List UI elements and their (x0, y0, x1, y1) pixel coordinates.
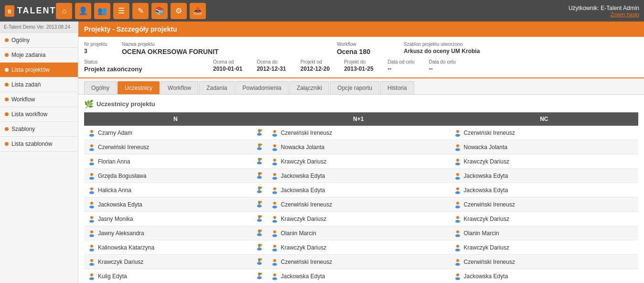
tab-zadania[interactable]: Zadania (199, 81, 234, 94)
edit-n-icon[interactable] (256, 200, 263, 209)
edit-n-icon[interactable] (256, 272, 263, 281)
tab-uczestnicy[interactable]: Uczestnicy (118, 81, 160, 94)
svg-point-43 (456, 187, 459, 190)
template-value: Arkusz do oceny UM Krobia (404, 48, 480, 54)
tab-workflow[interactable]: Workflow (161, 81, 198, 94)
svg-point-54 (90, 216, 93, 219)
svg-point-97 (456, 273, 459, 276)
person-n1-name: Krawczyk Dariusz (281, 158, 326, 165)
sidebar-item-lista-workflow[interactable]: Lista workflow (0, 107, 78, 122)
projekt-od-label: Projekt od (301, 59, 330, 65)
svg-point-21 (257, 162, 262, 164)
main-layout: E-Talent Demo Ver. 2013.08.24 Ogólny Moj… (0, 22, 644, 283)
cell-n1: Czerwiński Ireneusz (267, 126, 450, 140)
sidebar-item-moje-zadania[interactable]: Moje zadania (0, 48, 78, 63)
ocena-od-value: 2010-01-01 (213, 65, 242, 72)
sidebar-item-ogolny[interactable]: Ogólny (0, 33, 78, 48)
person-nc: Czerwiński Ireneusz (454, 129, 634, 137)
change-password-link[interactable]: Zmień hasło (569, 11, 639, 17)
people-nav-button[interactable]: 👥 (94, 3, 110, 19)
person-n: Grzęda Bogusława (88, 172, 146, 180)
svg-point-26 (455, 163, 460, 165)
tab-opcje-raportu[interactable]: Opcje raportu (330, 81, 379, 94)
person-n1-name: Krawczyk Dariusz (281, 244, 326, 251)
person-nc-name: Jackowska Edyta (464, 173, 508, 179)
status-value: Projekt zakończony (84, 65, 151, 73)
edit-n-icon[interactable] (256, 257, 263, 266)
svg-point-9 (90, 144, 93, 147)
logo-icon: e (5, 5, 14, 17)
person-nc-icon (454, 244, 462, 251)
person-n: Florian Anna (88, 158, 130, 165)
tab-powiadomienia[interactable]: Powiadomienia (236, 81, 289, 94)
edit-n-icon[interactable] (256, 229, 263, 238)
person-n1: Jackowska Edyta (271, 272, 446, 280)
person-n: Czerwiński Ireneusz (88, 143, 149, 151)
cell-n1: Olanin Marcin (267, 226, 450, 240)
person-n-icon (88, 229, 96, 237)
edit-n-icon[interactable] (256, 171, 263, 180)
status-label: Status (84, 59, 151, 65)
person-n-icon (88, 201, 96, 208)
cell-n: Halicka Anna (84, 183, 267, 197)
name-label: Nazwa projektu (122, 42, 227, 47)
person-n1-icon (271, 244, 279, 251)
home-nav-button[interactable]: ⌂ (56, 3, 72, 19)
svg-point-45 (90, 202, 93, 205)
tab-historia[interactable]: Historia (380, 81, 414, 94)
edit-n-icon[interactable] (256, 243, 263, 252)
person-n: Kalinowska Katarzyna (88, 244, 154, 251)
person-n1: Czerwiński Ireneusz (271, 201, 446, 208)
person-n1-name: Nowacka Jolanta (281, 144, 324, 151)
edit-n-icon[interactable] (256, 214, 263, 223)
export-nav-button[interactable]: 📤 (190, 3, 206, 19)
sidebar-item-szablony[interactable]: Szablony (0, 122, 78, 137)
cell-n1: Krawczyk Dariusz (267, 212, 450, 226)
svg-point-80 (455, 249, 460, 251)
person-n-name: Grzęda Bogusława (98, 173, 146, 179)
person-n: Halicka Anna (88, 186, 131, 194)
person-n1-icon (271, 215, 279, 223)
person-nc-name: Krawczyk Dariusz (464, 244, 509, 251)
name-value: OCENA OKRESOWA FORUNIT (122, 48, 227, 55)
edit-n-icon[interactable] (256, 142, 263, 152)
field-workflow: Workflow Ocena 180 (337, 42, 370, 55)
edit-n-icon[interactable] (256, 157, 263, 166)
cell-nc: Czerwiński Ireneusz (450, 197, 638, 212)
cell-n: Kalinowska Katarzyna (84, 240, 267, 255)
cell-n1: Czerwiński Ireneusz (267, 255, 450, 269)
sidebar-item-lista-zadan[interactable]: Lista zadań (0, 77, 78, 92)
chart-nav-button[interactable]: ✎ (132, 3, 149, 19)
person-n-name: Czerwiński Ireneusz (98, 144, 149, 151)
template-label: Szablon projektu utworzono (404, 42, 480, 47)
person-n1-name: Czerwiński Ireneusz (281, 259, 332, 265)
cell-n1: Jackowska Edyta (267, 169, 450, 183)
tab-ogolny[interactable]: Ogólny (84, 81, 117, 94)
person-n-icon (88, 186, 96, 194)
nr-value: 3 (84, 48, 107, 54)
book-nav-button[interactable]: 📚 (151, 3, 168, 19)
sidebar-item-lista-szablonow[interactable]: Lista szablonów (0, 137, 78, 152)
person-n1: Krawczyk Dariusz (271, 158, 446, 165)
cell-nc: Krawczyk Dariusz (450, 240, 638, 255)
logo-text: TALENT (17, 6, 56, 16)
data-od-label: Data od celu (388, 59, 415, 65)
users-nav-button[interactable]: 👤 (75, 3, 91, 19)
field-ocena-do: Ocena do 2012-12-31 (257, 59, 286, 72)
tab-zalaczniki[interactable]: Załączniki (290, 81, 329, 94)
dot-icon (5, 127, 9, 131)
cell-n1: Jackowska Edyta (267, 269, 450, 283)
person-n: Czarny Adam (88, 129, 132, 137)
wrench-nav-button[interactable]: ⚙ (171, 3, 187, 19)
svg-point-52 (456, 202, 459, 205)
svg-point-36 (90, 187, 93, 190)
document-nav-button[interactable]: ☰ (113, 3, 129, 19)
sidebar-item-lista-projektow[interactable]: Lista projektów (0, 63, 78, 77)
section-title: Uczestnicy projektu (97, 100, 155, 108)
svg-point-57 (257, 219, 262, 222)
person-nc-icon (454, 129, 462, 137)
edit-n-icon[interactable] (256, 185, 263, 195)
svg-point-96 (272, 277, 277, 280)
sidebar-item-workflow[interactable]: Workflow (0, 92, 78, 107)
edit-n-icon[interactable] (256, 128, 263, 137)
